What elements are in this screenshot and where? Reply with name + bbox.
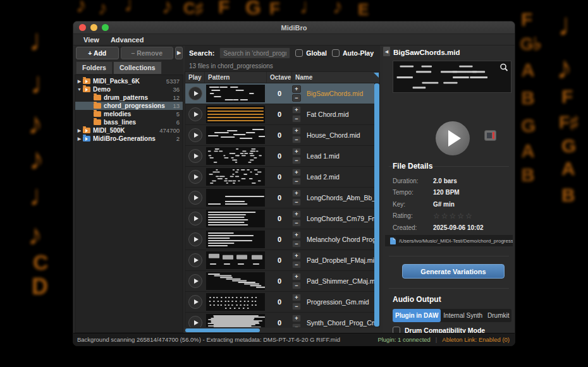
file-row[interactable]: 0 + − Synth_Chord_Prog_Cm.mid bbox=[185, 313, 379, 327]
row-play-button[interactable] bbox=[188, 253, 202, 267]
tree-item-label: chord_progressions bbox=[104, 102, 173, 109]
tree-item[interactable]: bass_lines 6 bbox=[75, 118, 183, 126]
tree-item[interactable]: ▶ MidiBro-Generations 2 bbox=[75, 135, 183, 143]
add-folder-button[interactable]: + Add Folder bbox=[76, 47, 119, 59]
file-row[interactable]: 0 + − Fat Chord.mid bbox=[185, 104, 379, 125]
drag-midi-icon[interactable] bbox=[484, 130, 496, 141]
vertical-scrollbar[interactable] bbox=[374, 83, 379, 327]
tree-item[interactable]: ▼ Demo 36 bbox=[75, 85, 183, 93]
octave-decrease-button[interactable]: − bbox=[292, 303, 301, 310]
output-option-internal-synth[interactable]: Internal Synth bbox=[441, 309, 485, 322]
output-option-drumkit[interactable]: Drumkit bbox=[485, 309, 511, 322]
collapse-detail-panel-button[interactable]: ◀ bbox=[383, 46, 391, 57]
row-play-button[interactable] bbox=[188, 128, 202, 142]
file-row[interactable]: 0 + − Pad_Dropbell_FMaj.mid bbox=[185, 250, 379, 271]
generate-variations-button[interactable]: Generate Variations bbox=[402, 264, 505, 279]
octave-decrease-button[interactable]: − bbox=[292, 282, 301, 289]
octave-increase-button[interactable]: + bbox=[292, 127, 301, 135]
file-path-row[interactable]: /Users/ivo/Music/_MIDI-Test/Demo/chord_p… bbox=[385, 235, 513, 246]
octave-increase-button[interactable]: + bbox=[292, 210, 301, 218]
column-header-play[interactable]: Play bbox=[185, 72, 205, 83]
expand-arrow-icon[interactable]: ▶ bbox=[77, 128, 82, 133]
remove-folder-button[interactable]: – Remove Folder bbox=[121, 47, 173, 59]
file-name: Melancholy Chord Progression.mid bbox=[302, 236, 379, 243]
autoplay-checkbox-row[interactable]: Auto-Play bbox=[332, 49, 374, 57]
octave-decrease-button[interactable]: − bbox=[292, 94, 301, 102]
octave-decrease-button[interactable]: − bbox=[292, 261, 301, 268]
preview-play-button[interactable] bbox=[436, 121, 470, 155]
background-note-glyph: F♯ bbox=[559, 114, 579, 131]
octave-decrease-button[interactable]: − bbox=[292, 177, 301, 185]
zoom-icon[interactable] bbox=[499, 63, 509, 73]
column-header-pattern[interactable]: Pattern bbox=[205, 72, 267, 83]
octave-increase-button[interactable]: + bbox=[292, 315, 301, 322]
detail-label: Duration: bbox=[393, 177, 433, 184]
menu-item-view[interactable]: View bbox=[78, 35, 104, 44]
octave-decrease-button[interactable]: − bbox=[292, 323, 301, 327]
row-play-button[interactable] bbox=[188, 232, 202, 246]
octave-increase-button[interactable]: + bbox=[292, 273, 301, 280]
horizontal-scrollbar[interactable] bbox=[185, 328, 380, 333]
background-note-glyph: F bbox=[521, 10, 532, 29]
background-note-glyph: A bbox=[521, 141, 535, 160]
autoplay-checkbox[interactable] bbox=[332, 49, 340, 57]
octave-decrease-button[interactable]: − bbox=[292, 219, 301, 227]
octave-increase-button[interactable]: + bbox=[292, 169, 301, 176]
octave-decrease-button[interactable]: − bbox=[292, 136, 301, 143]
row-play-button[interactable] bbox=[188, 170, 202, 184]
row-play-button[interactable] bbox=[188, 274, 202, 288]
file-row[interactable]: 0 + − Lead 2.mid bbox=[185, 167, 379, 188]
row-play-button[interactable] bbox=[188, 212, 202, 226]
octave-increase-button[interactable]: + bbox=[292, 252, 301, 260]
octave-increase-button[interactable]: + bbox=[292, 85, 301, 93]
tree-item[interactable]: drum_patterns 12 bbox=[75, 93, 183, 102]
title-bar[interactable]: MidiBro bbox=[73, 21, 515, 34]
expand-arrow-icon[interactable]: ▶ bbox=[77, 136, 82, 141]
row-play-button[interactable] bbox=[188, 149, 202, 163]
menu-item-advanced[interactable]: Advanced bbox=[106, 35, 149, 44]
column-header-name[interactable]: Name bbox=[292, 72, 379, 83]
tree-item[interactable]: ▶ MIDI_500K 474700 bbox=[75, 126, 183, 135]
octave-increase-button[interactable]: + bbox=[292, 231, 301, 239]
tab-collections[interactable]: Collections bbox=[113, 61, 162, 74]
menu-bar: ViewAdvanced bbox=[73, 34, 515, 45]
octave-decrease-button[interactable]: − bbox=[292, 198, 301, 206]
search-input[interactable] bbox=[219, 47, 290, 59]
octave-increase-button[interactable]: + bbox=[292, 148, 301, 155]
global-checkbox[interactable] bbox=[295, 49, 303, 57]
octave-decrease-button[interactable]: − bbox=[292, 240, 301, 248]
output-option-plugin-in-daw[interactable]: Plugin in DAW bbox=[393, 309, 441, 322]
file-row[interactable]: 0 + − LongChords_Cm79_Fm79.mid bbox=[185, 208, 379, 229]
global-checkbox-row[interactable]: Global bbox=[295, 49, 327, 57]
file-row[interactable]: 0 + − Lead 1.mid bbox=[185, 146, 379, 167]
tree-item[interactable]: ▶ MIDI_Packs_6K 5337 bbox=[75, 77, 183, 85]
file-row[interactable]: 0 + − Melancholy Chord Progression.mid bbox=[185, 229, 379, 250]
file-row[interactable]: 0 + − Progression_Gm.mid bbox=[185, 292, 379, 313]
expand-arrow-icon[interactable]: ▶ bbox=[77, 79, 82, 84]
file-row[interactable]: 0 + − BigSawChords.mid bbox=[185, 83, 379, 104]
octave-decrease-button[interactable]: − bbox=[292, 157, 301, 164]
play-icon bbox=[448, 130, 461, 147]
play-icon bbox=[194, 174, 199, 179]
file-row[interactable]: 0 + − House_Chord.mid bbox=[185, 125, 379, 146]
tree-item[interactable]: melodies 5 bbox=[75, 110, 183, 118]
tree-item[interactable]: chord_progressions 13 bbox=[75, 102, 183, 110]
row-play-button[interactable] bbox=[188, 191, 202, 205]
row-play-button[interactable] bbox=[188, 87, 202, 100]
row-play-button[interactable] bbox=[188, 316, 202, 327]
rating-stars[interactable]: ☆☆☆☆☆ bbox=[433, 212, 474, 220]
tab-folders[interactable]: Folders bbox=[76, 61, 113, 74]
row-play-button[interactable] bbox=[188, 295, 202, 309]
octave-increase-button[interactable]: + bbox=[292, 190, 301, 197]
file-row[interactable]: 0 + − Pad_Shimmer_CMaj.mid bbox=[185, 271, 379, 292]
file-row[interactable]: 0 + − LongChords_Abm_Bb_Ebm.mid bbox=[185, 188, 379, 208]
pattern-thumbnail bbox=[206, 293, 265, 311]
octave-increase-button[interactable]: + bbox=[292, 294, 301, 301]
expand-arrow-icon[interactable]: ▼ bbox=[77, 87, 82, 92]
octave-decrease-button[interactable]: − bbox=[292, 115, 301, 123]
column-header-octave[interactable]: Octave bbox=[267, 72, 292, 83]
row-play-button[interactable] bbox=[188, 107, 202, 121]
octave-increase-button[interactable]: + bbox=[292, 106, 301, 114]
collapse-left-panel-button[interactable]: ▶ bbox=[175, 47, 183, 59]
background-note-glyph: ♪ bbox=[556, 52, 572, 83]
